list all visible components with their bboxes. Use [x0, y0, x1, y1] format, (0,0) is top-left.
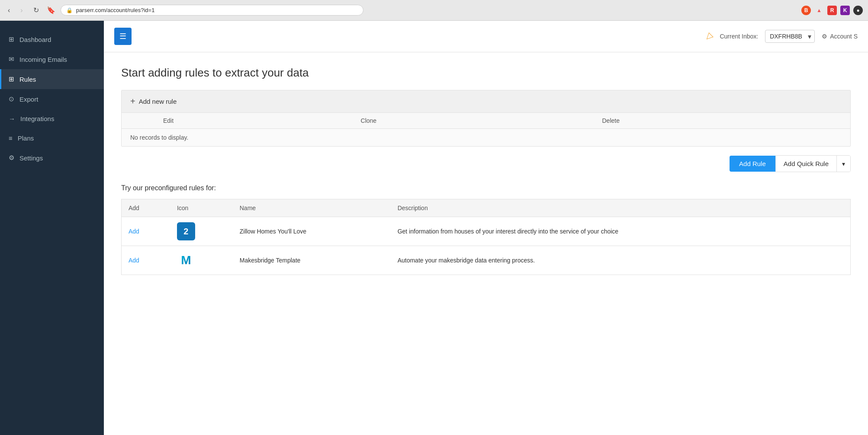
- ext-brave-icon[interactable]: B: [801, 6, 811, 15]
- settings-icon: ⚙: [9, 154, 14, 162]
- integrations-icon: →: [9, 115, 15, 122]
- dashboard-icon: ⊞: [9, 35, 14, 43]
- icon-cell-zillow: 2: [170, 217, 233, 246]
- col-icon-header: Icon: [170, 199, 233, 217]
- col-clone: Clone: [354, 113, 595, 129]
- topbar: ☰ ▽ Current Inbox: DXFRHB8B ⚙ Account S: [104, 21, 868, 52]
- export-icon: ⊙: [9, 95, 14, 103]
- ext-delta-icon[interactable]: ▲: [814, 6, 824, 15]
- sidebar-label-rules: Rules: [19, 76, 36, 83]
- quick-rule-dropdown-button[interactable]: ▾: [837, 156, 850, 172]
- bookmark-button[interactable]: 🔖: [47, 6, 55, 14]
- sidebar-label-plans: Plans: [18, 134, 34, 142]
- add-link-makesbridge[interactable]: Add: [129, 257, 139, 264]
- sidebar-item-integrations[interactable]: → Integrations: [0, 109, 104, 128]
- sidebar-label-export: Export: [19, 96, 38, 103]
- makesbridge-icon: M: [177, 251, 195, 269]
- rules-section: + Add new rule Edit Clone Delete No reco…: [121, 90, 851, 147]
- actions-row: Add Rule Add Quick Rule ▾: [121, 155, 851, 172]
- sidebar-item-export[interactable]: ⊙ Export: [0, 89, 104, 109]
- sidebar-label-dashboard: Dashboard: [19, 36, 51, 43]
- no-records-text: No records to display.: [122, 129, 850, 146]
- account-settings[interactable]: ⚙ Account S: [822, 33, 858, 40]
- preconfigured-header-row: Add Icon Name Description: [122, 199, 851, 217]
- zillow-icon-letter: 2: [183, 227, 188, 237]
- ext-dark-icon[interactable]: ●: [853, 6, 863, 15]
- add-new-rule-bar[interactable]: + Add new rule: [122, 90, 850, 113]
- col-name-header: Name: [233, 199, 391, 217]
- sidebar: ⊞ Dashboard ✉ Incoming Emails ⊞ Rules ⊙ …: [0, 21, 104, 435]
- lock-icon: 🔒: [66, 7, 73, 13]
- sidebar-label-incoming-emails: Incoming Emails: [19, 56, 67, 63]
- col-description-header: Description: [391, 199, 851, 217]
- add-cell-zillow: Add: [122, 217, 170, 246]
- name-cell-makesbridge: Makesbridge Template: [233, 246, 391, 275]
- icon-cell-makesbridge: M: [170, 246, 233, 275]
- topbar-right: ▽ Current Inbox: DXFRHB8B ⚙ Account S: [706, 30, 858, 43]
- sidebar-label-settings: Settings: [19, 154, 43, 162]
- hamburger-button[interactable]: ☰: [114, 28, 132, 45]
- preconfigured-table: Add Icon Name Description Add: [121, 199, 851, 275]
- signal-icon: ▽: [704, 30, 716, 42]
- account-settings-label: Account S: [830, 33, 858, 40]
- app-container: ⊞ Dashboard ✉ Incoming Emails ⊞ Rules ⊙ …: [0, 21, 868, 435]
- reload-button[interactable]: ↻: [31, 4, 42, 16]
- back-button[interactable]: ‹: [5, 5, 13, 16]
- col-add-header: Add: [122, 199, 170, 217]
- add-quick-rule-button[interactable]: Add Quick Rule: [776, 156, 837, 172]
- rules-table-header-row: Edit Clone Delete: [122, 113, 850, 129]
- desc-cell-zillow: Get information from houses of your inte…: [391, 217, 851, 246]
- main-content: ☰ ▽ Current Inbox: DXFRHB8B ⚙ Account S …: [104, 21, 868, 435]
- add-link-zillow[interactable]: Add: [129, 228, 139, 235]
- desc-cell-makesbridge: Automate your makesbridge data entering …: [391, 246, 851, 275]
- add-new-rule-label: Add new rule: [139, 98, 177, 105]
- browser-bar: ‹ › ↻ 🔖 🔒 parserr.com/account/rules?id=1…: [0, 0, 868, 21]
- page-content: Start adding rules to extract your data …: [104, 52, 868, 435]
- current-inbox-label: Current Inbox:: [720, 33, 758, 40]
- email-icon: ✉: [9, 55, 14, 63]
- sidebar-label-integrations: Integrations: [20, 115, 54, 122]
- gear-icon: ⚙: [822, 33, 827, 40]
- rules-table: Edit Clone Delete: [122, 113, 850, 129]
- col-edit: Edit: [156, 113, 354, 129]
- plans-icon: ≡: [9, 134, 13, 142]
- zillow-icon: 2: [177, 222, 195, 240]
- sidebar-item-settings[interactable]: ⚙ Settings: [0, 148, 104, 168]
- col-delete: Delete: [595, 113, 850, 129]
- col-empty: [122, 113, 156, 129]
- sidebar-item-rules[interactable]: ⊞ Rules: [0, 69, 104, 89]
- address-bar[interactable]: 🔒 parserr.com/account/rules?id=1: [61, 5, 363, 16]
- name-cell-zillow: Zillow Homes You'll Love: [233, 217, 391, 246]
- sidebar-item-plans[interactable]: ≡ Plans: [0, 128, 104, 148]
- sidebar-item-incoming-emails[interactable]: ✉ Incoming Emails: [0, 49, 104, 69]
- forward-button[interactable]: ›: [18, 5, 25, 16]
- ext-red-icon[interactable]: R: [827, 6, 837, 15]
- table-row: Add 2 Zillow Homes You'll Love Get infor…: [122, 217, 851, 246]
- table-row: Add M Makesbridge Template Automate your…: [122, 246, 851, 275]
- plus-icon: +: [130, 96, 135, 106]
- preconfigured-title: Try our preconfigured rules for:: [121, 184, 851, 192]
- inbox-select[interactable]: DXFRHB8B: [765, 30, 815, 43]
- sidebar-item-dashboard[interactable]: ⊞ Dashboard: [0, 29, 104, 49]
- rules-icon: ⊞: [9, 75, 14, 83]
- url-text: parserr.com/account/rules?id=1: [76, 7, 155, 13]
- page-title: Start adding rules to extract your data: [121, 66, 851, 80]
- quick-rule-group: Add Quick Rule ▾: [775, 155, 851, 172]
- add-rule-button[interactable]: Add Rule: [730, 156, 775, 172]
- add-cell-makesbridge: Add: [122, 246, 170, 275]
- inbox-select-wrapper[interactable]: DXFRHB8B: [765, 30, 815, 43]
- browser-extensions: B ▲ R K ●: [801, 6, 863, 15]
- ext-purple-icon[interactable]: K: [840, 6, 850, 15]
- makesbridge-icon-letter: M: [181, 253, 191, 267]
